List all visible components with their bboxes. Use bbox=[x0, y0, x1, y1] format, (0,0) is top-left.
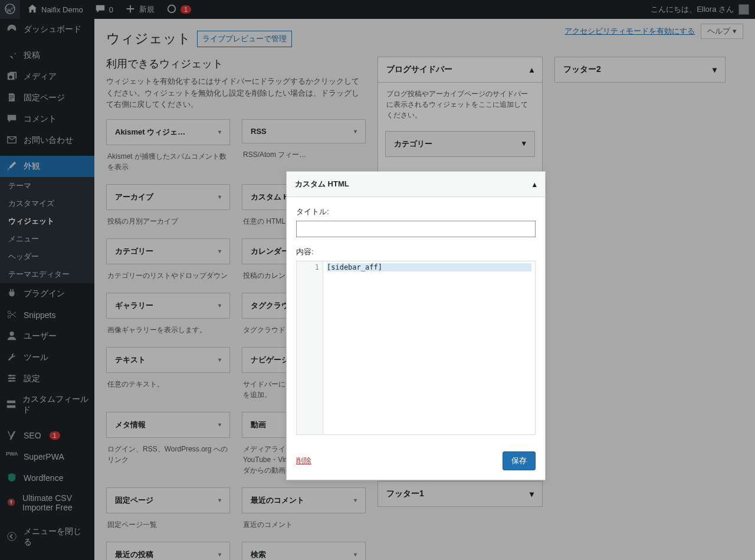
menu-media[interactable]: メディア bbox=[0, 66, 94, 87]
area-widget-category[interactable]: カテゴリー ▾ bbox=[385, 131, 535, 157]
menu-label: カスタムフィールド bbox=[22, 394, 88, 415]
available-widget: テキスト▾任意のテキスト。 bbox=[106, 347, 230, 400]
site-name-link[interactable]: Naifix Demo bbox=[22, 0, 88, 19]
comments-link[interactable]: 0 bbox=[90, 0, 118, 19]
widget-desc: RSS/Atom フィー… bbox=[242, 143, 366, 160]
widget-title: 動画 bbox=[251, 420, 266, 430]
area-footer1: フッター1 ▾ bbox=[378, 481, 543, 507]
submenu-editor[interactable]: テーマエディター bbox=[0, 266, 94, 283]
new-content-link[interactable]: 新規 bbox=[120, 0, 159, 19]
pin-icon bbox=[6, 50, 17, 60]
collapse-icon bbox=[6, 531, 17, 542]
title-input[interactable] bbox=[296, 221, 536, 237]
menu-comments[interactable]: コメント bbox=[0, 109, 94, 130]
widget-head[interactable]: テキスト▾ bbox=[106, 347, 230, 373]
widget-head[interactable]: RSS▾ bbox=[242, 119, 366, 143]
page-title-text: ウィジェット bbox=[106, 30, 191, 48]
menu-wordfence[interactable]: Wordfence bbox=[0, 467, 94, 489]
area-blog-head[interactable]: ブログサイドバー ▴ bbox=[378, 57, 542, 83]
menu-label: 設定 bbox=[24, 374, 40, 384]
widget-head[interactable]: アーカイブ▾ bbox=[106, 184, 230, 210]
menu-collapse[interactable]: メニューを閉じる bbox=[0, 522, 94, 552]
menu-label: SuperPWA bbox=[24, 452, 64, 461]
media-icon bbox=[6, 71, 17, 81]
menu-posts[interactable]: 投稿 bbox=[0, 45, 94, 66]
save-button[interactable]: 保存 bbox=[503, 451, 536, 470]
widget-desc: 画像ギャラリーを表示します。 bbox=[106, 319, 230, 335]
widget-desc: 固定ページ一覧 bbox=[106, 513, 230, 530]
area-title: フッター1 bbox=[386, 489, 424, 499]
menu-tools[interactable]: ツール bbox=[0, 347, 94, 368]
available-widget: メタ情報▾ログイン、RSS、WordPress.org へのリンク bbox=[106, 412, 230, 476]
widget-title: RSS bbox=[251, 127, 267, 136]
a11y-mode-link[interactable]: アクセシビリティモードを有効にする bbox=[564, 26, 695, 37]
widget-head[interactable]: 検索▾ bbox=[242, 542, 366, 561]
menu-superpwa[interactable]: PWASuperPWA bbox=[0, 446, 94, 467]
help-button[interactable]: ヘルプ ▾ bbox=[701, 24, 743, 39]
area-footer2-head[interactable]: フッター2 ▾ bbox=[555, 57, 725, 82]
submenu-header[interactable]: ヘッダー bbox=[0, 248, 94, 266]
submenu-themes[interactable]: テーマ bbox=[0, 177, 94, 195]
svg-point-7 bbox=[12, 377, 15, 379]
live-preview-link[interactable]: ライブプレビューで管理 bbox=[197, 31, 292, 47]
modal-title: カスタム HTML bbox=[295, 179, 349, 189]
svg-rect-9 bbox=[7, 401, 15, 404]
menu-seo[interactable]: SEO1 bbox=[0, 425, 94, 446]
menu-csv-importer[interactable]: Ultimate CSV Importer Free bbox=[0, 489, 94, 517]
widget-head[interactable]: 最近のコメント▾ bbox=[242, 487, 366, 513]
menu-dashboard[interactable]: ダッシュボード bbox=[0, 19, 94, 40]
modal-head[interactable]: カスタム HTML ▴ bbox=[287, 172, 545, 197]
menu-pages[interactable]: 固定ページ bbox=[0, 87, 94, 109]
code-text[interactable]: [sidebar_aff] bbox=[323, 261, 535, 434]
menu-users[interactable]: ユーザー bbox=[0, 326, 94, 347]
chevron-down-icon: ▾ bbox=[713, 65, 717, 74]
menu-appearance[interactable]: 外観 bbox=[0, 156, 94, 177]
menu-custom-fields[interactable]: カスタムフィールド bbox=[0, 389, 94, 420]
chevron-down-icon: ▾ bbox=[218, 194, 221, 200]
widget-head[interactable]: 固定ページ▾ bbox=[106, 487, 230, 513]
menu-label: お問い合わせ bbox=[24, 135, 73, 146]
chevron-down-icon: ▾ bbox=[218, 421, 221, 428]
widget-head[interactable]: メタ情報▾ bbox=[106, 412, 230, 438]
menu-snippets[interactable]: Snippets bbox=[0, 304, 94, 326]
seo-link[interactable]: 1 bbox=[162, 0, 196, 19]
menu-contact[interactable]: お問い合わせ bbox=[0, 130, 94, 151]
submenu-widgets[interactable]: ウィジェット bbox=[0, 212, 94, 230]
menu-label: 投稿 bbox=[24, 50, 40, 61]
home-icon bbox=[27, 4, 38, 14]
widget-head[interactable]: カテゴリー▾ bbox=[106, 238, 230, 264]
chevron-down-icon: ▾ bbox=[218, 302, 221, 309]
submenu-customize[interactable]: カスタマイズ bbox=[0, 195, 94, 212]
menu-label: 外観 bbox=[24, 161, 40, 172]
scissors-icon bbox=[6, 309, 17, 320]
dashboard-icon bbox=[6, 24, 17, 34]
widget-head[interactable]: 最近の投稿▾ bbox=[106, 542, 230, 561]
delete-link[interactable]: 削除 bbox=[296, 456, 311, 466]
title-label: タイトル: bbox=[296, 207, 536, 217]
submenu-menus[interactable]: メニュー bbox=[0, 230, 94, 248]
area-footer1-head[interactable]: フッター1 ▾ bbox=[378, 482, 542, 506]
code-editor[interactable]: 1 [sidebar_aff] bbox=[296, 261, 536, 435]
widget-title: Akismet ウィジェ… bbox=[115, 127, 185, 137]
widget-head[interactable]: ギャラリー▾ bbox=[106, 293, 230, 319]
menu-plugins[interactable]: プラグイン bbox=[0, 283, 94, 304]
chevron-up-icon: ▴ bbox=[530, 65, 534, 74]
svg-point-6 bbox=[9, 375, 12, 377]
available-widget: カテゴリー▾カテゴリーのリストやドロップダウン bbox=[106, 238, 230, 281]
menu-settings[interactable]: 設定 bbox=[0, 368, 94, 389]
chevron-down-icon: ▾ bbox=[218, 356, 221, 363]
area-title: フッター2 bbox=[563, 64, 601, 75]
chevron-down-icon: ▾ bbox=[354, 128, 357, 135]
appearance-submenu: テーマ カスタマイズ ウィジェット メニュー ヘッダー テーマエディター bbox=[0, 177, 94, 283]
available-widget: 固定ページ▾固定ページ一覧 bbox=[106, 487, 230, 530]
brush-icon bbox=[6, 161, 17, 171]
avatar[interactable] bbox=[738, 4, 749, 15]
chevron-up-icon: ▴ bbox=[533, 180, 537, 189]
wp-logo[interactable] bbox=[0, 0, 20, 19]
shield-icon bbox=[6, 472, 17, 483]
svg-point-4 bbox=[8, 315, 11, 318]
widget-title: カテゴリー bbox=[115, 246, 153, 257]
svg-point-3 bbox=[8, 311, 11, 314]
widget-head[interactable]: Akismet ウィジェ…▾ bbox=[106, 119, 230, 145]
seo-badge: 1 bbox=[50, 431, 60, 440]
